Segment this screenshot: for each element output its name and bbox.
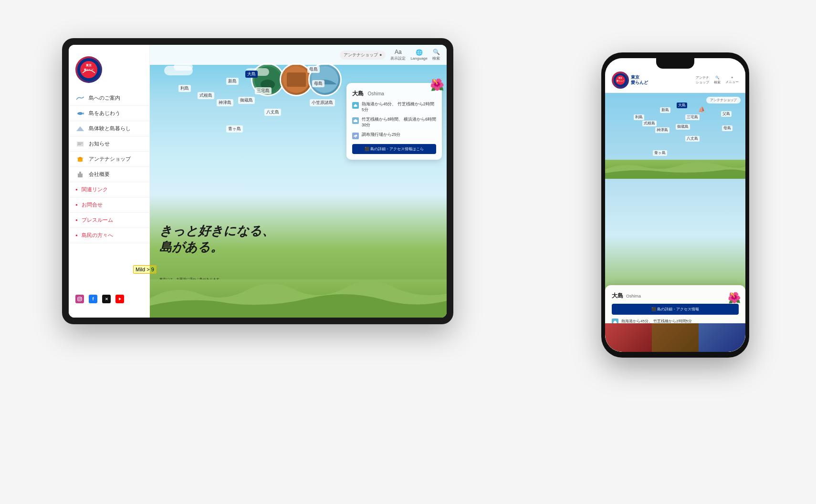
island-popup-card: 大島 Oshima 熱海港から45分、 竹芝桟橋から2時間5分 竹芝桟橋から: [346, 83, 442, 160]
bottom-photo-3: [699, 323, 745, 352]
sailboat-icon: ⛵: [698, 106, 705, 113]
mountain-icon: [75, 125, 85, 132]
phone-device: 東京 愛らんど 東京 愛らんど アンテナ ショップ 🔍: [601, 52, 749, 358]
aa-icon: Aa: [395, 49, 402, 55]
language-btn[interactable]: 🌐 Language: [410, 49, 428, 61]
globe-icon: 🌐: [416, 49, 423, 56]
plane-icon: [352, 133, 359, 139]
phone-island-hachijojima[interactable]: 八丈島: [685, 136, 700, 142]
shop-icon: [75, 156, 85, 163]
sidebar-item-residents[interactable]: ● 島民の方々へ: [69, 228, 149, 243]
x-twitter-icon[interactable]: ✕: [102, 295, 111, 303]
phone-island-detail-btn[interactable]: ⬛ 島の詳細・アクセス情報: [612, 304, 739, 315]
svg-text:愛らんど: 愛らんど: [617, 80, 625, 82]
hero-text-area: きっと好きになる、 島がある。: [159, 223, 274, 256]
phone-header-right: アンテナ ショップ 🔍 検索 ≡ メニュー: [696, 75, 739, 85]
display-settings-btn[interactable]: Aa 表示設定: [390, 49, 406, 61]
svg-rect-24: [355, 119, 356, 121]
phone-logo-circle: 東京 愛らんど: [612, 72, 629, 89]
island-hachijojima-label[interactable]: 八丈島: [264, 109, 281, 116]
svg-rect-12: [79, 172, 81, 174]
island-mikurajima-label[interactable]: 御蔵島: [238, 97, 255, 104]
phone-search-btn[interactable]: 🔍 検索: [714, 76, 721, 85]
tablet-sidebar: 東京 愛らんど 島へのご案内: [69, 45, 150, 318]
tablet-screen: 東京 愛らんど 島へのご案内: [69, 45, 447, 318]
youtube-icon[interactable]: [115, 295, 124, 303]
island-detail-btn[interactable]: ⬛ 島の詳細・アクセス情報はこら: [352, 144, 436, 154]
tablet-main-content: アンテナショップ ● Aa 表示設定 🌐 Language 🔍 検索: [150, 45, 447, 318]
island-chichijima-label[interactable]: 母島: [312, 80, 324, 87]
popup-title-area: 大島 Oshima: [352, 89, 436, 98]
phone-logo-text: 東京 愛らんど: [631, 75, 648, 85]
island-icon: [75, 95, 85, 102]
antenna-shop-link[interactable]: アンテナショップ ●: [340, 51, 386, 60]
island-miyakejima-label[interactable]: 三宅島: [255, 87, 272, 94]
phone-map-labels: 大島 利島 新島 式根島 神津島 三宅島 御蔵島 八丈島 青ヶ島 小笠原諸島 父…: [605, 93, 745, 179]
bottom-photo-2: [652, 323, 699, 352]
island-toshima-label[interactable]: 利島: [178, 85, 191, 92]
phone-antenna-badge: アンテナショップ: [706, 97, 741, 103]
ferry-icon: [352, 117, 359, 124]
hamburger-icon: ≡: [731, 76, 733, 79]
island-oshima-label[interactable]: 大島: [245, 71, 258, 78]
social-links: f ✕: [69, 288, 149, 310]
phone-map-area: アンテナショップ 大島 利島 新島 式根島 神津島 三宅島 御蔵島 八丈島 青ヶ…: [605, 93, 745, 352]
search-icon: 🔍: [433, 49, 440, 55]
search-btn[interactable]: 🔍 検索: [432, 49, 440, 61]
svg-rect-11: [78, 174, 83, 177]
sidebar-navigation: 島へのご案内 島をあじわう 島体験と島暮らし: [69, 91, 149, 243]
phone-screen: 東京 愛らんど 東京 愛らんど アンテナ ショップ 🔍: [605, 58, 745, 352]
phone-search-icon: 🔍: [715, 76, 720, 80]
logo-circle-icon: 東京 愛らんど: [75, 56, 102, 83]
sidebar-item-about[interactable]: 会社概要: [69, 167, 149, 182]
phone-island-chichijima[interactable]: 父島: [721, 111, 732, 117]
phone-antenna-link[interactable]: アンテナ ショップ: [696, 75, 709, 85]
island-ogasawara-label[interactable]: 母島: [307, 66, 320, 73]
phone-island-toshima[interactable]: 利島: [634, 114, 644, 120]
phone-island-kozushima[interactable]: 神津島: [655, 127, 670, 133]
ground-area: [150, 279, 447, 318]
svg-marker-6: [76, 126, 84, 131]
sidebar-item-taste[interactable]: 島をあじわう: [69, 106, 149, 121]
svg-rect-7: [77, 142, 84, 146]
popup-info-plane: 調布飛行場から25分: [352, 132, 436, 139]
phone-island-oshima[interactable]: 大島: [677, 103, 687, 108]
news-icon: [75, 141, 85, 147]
phone-popup-title-row: 大島 Oshima: [612, 292, 739, 300]
phone-island-niijima[interactable]: 新島: [660, 107, 670, 113]
building-icon: [75, 171, 85, 178]
sidebar-item-contact[interactable]: ● お問合せ: [69, 197, 149, 213]
sidebar-item-antenna[interactable]: アンテナショップ: [69, 152, 149, 167]
instagram-icon[interactable]: [75, 295, 84, 303]
svg-text:東京: 東京: [86, 63, 92, 67]
sidebar-item-island-info[interactable]: 島へのご案内: [69, 91, 149, 106]
phone-island-shikinejima[interactable]: 式根島: [642, 121, 657, 126]
svg-text:東京: 東京: [618, 77, 623, 79]
phone-bottom-photos: [605, 323, 745, 352]
fish-icon: [75, 110, 85, 117]
island-kozushima-label[interactable]: 神津島: [217, 99, 233, 106]
sidebar-item-news[interactable]: お知らせ: [69, 136, 149, 152]
phone-island-mikurajima[interactable]: 御蔵島: [676, 124, 690, 130]
svg-point-15: [81, 298, 81, 298]
sidebar-item-links[interactable]: ● 関連リンク: [69, 182, 149, 197]
phone-camellia: 🌺: [728, 292, 741, 304]
phone-island-aogashima[interactable]: 青ヶ島: [653, 150, 667, 156]
island-shikinejima-label[interactable]: 式根島: [198, 92, 214, 99]
phone-menu-btn[interactable]: ≡ メニュー: [725, 76, 739, 84]
facebook-icon[interactable]: f: [89, 295, 97, 303]
phone-island-hahajima[interactable]: 母島: [722, 125, 732, 131]
phone-island-miyakejima[interactable]: 三宅島: [685, 114, 700, 120]
svg-marker-5: [83, 112, 84, 115]
svg-point-4: [77, 112, 83, 115]
sidebar-item-life[interactable]: 島体験と島暮らし: [69, 121, 149, 136]
bottom-photo-1: [605, 323, 652, 352]
svg-point-14: [79, 298, 81, 300]
camellia-decoration: 🌺: [430, 78, 444, 92]
phone-ground: [605, 160, 745, 179]
island-niijima-label[interactable]: 新島: [226, 78, 239, 85]
island-aogashima-label[interactable]: 青ヶ島: [226, 125, 243, 133]
svg-rect-10: [78, 158, 83, 162]
island-hahajima-label[interactable]: 小笠原諸島: [310, 99, 335, 106]
sidebar-item-press[interactable]: ● プレスルーム: [69, 213, 149, 228]
